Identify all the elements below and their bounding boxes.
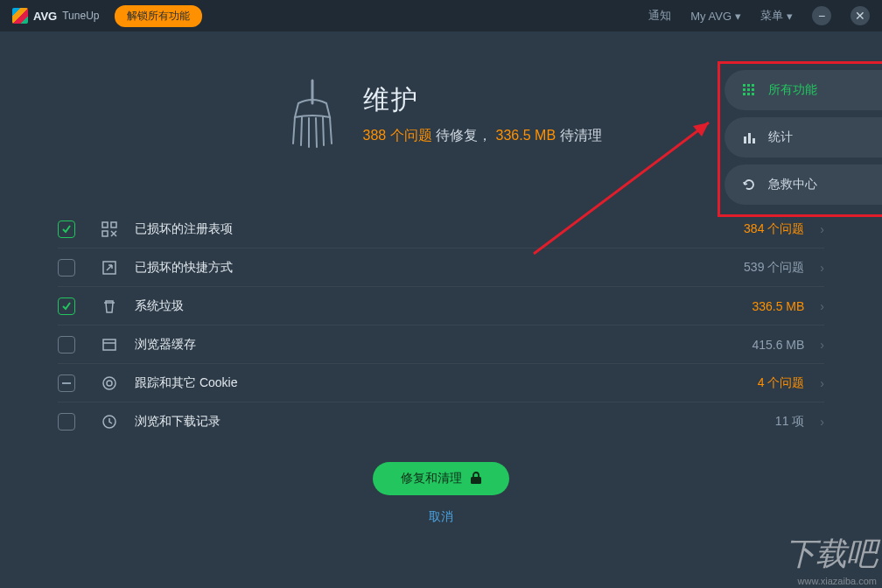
checkbox[interactable] [58, 259, 75, 276]
logo-icon [12, 8, 28, 24]
page-title: 维护 [363, 82, 602, 118]
fix-button-label: 修复和清理 [401, 471, 462, 486]
menu-label: 菜单 [760, 8, 783, 24]
svg-rect-14 [102, 231, 108, 236]
row-history[interactable]: 浏览和下载记录 11 项 › [58, 402, 824, 441]
svg-point-18 [107, 381, 112, 386]
myavg-link[interactable]: My AVG ▾ [690, 10, 741, 23]
checkbox[interactable] [58, 374, 75, 392]
issues-list: 已损坏的注册表项 384 个问题 › 已损坏的快捷方式 539 个问题 › 系统… [58, 210, 824, 441]
problem-count: 388 [363, 128, 387, 143]
svg-rect-6 [743, 93, 746, 95]
row-value: 4 个问题 [758, 375, 805, 391]
fix-and-clean-button[interactable]: 修复和清理 [373, 462, 509, 495]
trash-icon [102, 298, 119, 314]
app-logo: AVG TuneUp [12, 8, 99, 24]
product-text: TuneUp [62, 10, 99, 22]
target-icon [102, 375, 119, 391]
undo-icon [742, 178, 756, 191]
watermark-text: 下载吧 [785, 533, 877, 576]
chevron-down-icon: ▾ [735, 10, 741, 23]
row-label: 浏览和下载记录 [135, 414, 775, 430]
close-button[interactable]: ✕ [850, 6, 870, 25]
menu-link[interactable]: 菜单 ▾ [760, 8, 793, 24]
hero-subtitle: 388 个问题 待修复， 336.5 MB 待清理 [363, 127, 602, 145]
brand-text: AVG [33, 10, 57, 23]
grid-icon [742, 84, 756, 96]
chevron-right-icon: › [820, 338, 824, 352]
panel-all-features[interactable]: 所有功能 [724, 70, 882, 110]
cleanup-size: 336.5 MB [496, 128, 556, 143]
brush-icon [281, 75, 344, 152]
row-label: 已损坏的快捷方式 [135, 260, 744, 276]
watermark-url: www.xiazaiba.com [785, 576, 877, 586]
checkbox[interactable] [58, 413, 75, 430]
row-label: 跟踪和其它 Cookie [135, 375, 758, 391]
titlebar: AVG TuneUp 解锁所有功能 通知 My AVG ▾ 菜单 ▾ − ✕ [0, 0, 882, 32]
watermark: 下载吧 www.xiazaiba.com [785, 533, 877, 586]
svg-rect-12 [102, 222, 108, 228]
row-value: 11 项 [775, 414, 804, 430]
svg-rect-20 [471, 477, 481, 484]
shortcut-icon [102, 260, 119, 276]
row-value: 415.6 MB [752, 338, 804, 352]
panel-rescue[interactable]: 急救中心 [724, 164, 882, 205]
browser-icon [102, 337, 119, 353]
svg-rect-3 [743, 88, 746, 91]
row-shortcuts[interactable]: 已损坏的快捷方式 539 个问题 › [58, 248, 824, 287]
row-label: 浏览器缓存 [135, 337, 752, 353]
notifications-link[interactable]: 通知 [648, 8, 671, 24]
row-value: 539 个问题 [744, 260, 804, 276]
problem-count-suffix: 个问题 [390, 128, 432, 143]
row-browser-cache[interactable]: 浏览器缓存 415.6 MB › [58, 326, 824, 364]
checkbox[interactable] [58, 220, 75, 238]
panel-label: 急救中心 [768, 177, 817, 192]
row-junk[interactable]: 系统垃圾 336.5 MB › [58, 287, 824, 326]
svg-rect-9 [744, 136, 746, 144]
myavg-label: My AVG [690, 10, 732, 23]
svg-rect-16 [103, 340, 116, 350]
svg-rect-7 [747, 93, 750, 95]
unlock-button[interactable]: 解锁所有功能 [115, 5, 202, 27]
row-label: 已损坏的注册表项 [135, 221, 744, 237]
chevron-right-icon: › [820, 222, 824, 236]
svg-rect-1 [747, 84, 750, 87]
svg-rect-4 [747, 88, 750, 91]
cancel-link[interactable]: 取消 [429, 509, 453, 525]
svg-rect-0 [743, 84, 746, 87]
minimize-button[interactable]: − [812, 6, 831, 25]
row-value: 384 个问题 [744, 221, 804, 237]
svg-rect-5 [752, 88, 754, 91]
panel-stats[interactable]: 统计 [724, 117, 882, 158]
svg-rect-11 [752, 138, 755, 144]
row-value: 336.5 MB [752, 299, 804, 313]
lock-icon [471, 472, 481, 486]
panel-label: 所有功能 [768, 82, 817, 98]
registry-icon [102, 221, 119, 237]
bar-chart-icon [742, 131, 756, 144]
panel-label: 统计 [768, 130, 793, 145]
svg-point-17 [103, 377, 116, 389]
chevron-right-icon: › [820, 261, 824, 275]
row-label: 系统垃圾 [135, 298, 752, 314]
svg-rect-13 [111, 222, 116, 228]
svg-rect-2 [752, 84, 754, 87]
svg-rect-10 [748, 133, 751, 144]
row-registry[interactable]: 已损坏的注册表项 384 个问题 › [58, 210, 824, 248]
chevron-right-icon: › [820, 299, 824, 313]
footer: 修复和清理 取消 [0, 462, 882, 525]
side-panel: 所有功能 统计 急救中心 [724, 70, 882, 205]
svg-rect-8 [752, 93, 754, 95]
chevron-right-icon: › [820, 376, 824, 390]
row-cookies[interactable]: 跟踪和其它 Cookie 4 个问题 › [58, 364, 824, 402]
history-icon [102, 414, 119, 430]
chevron-down-icon: ▾ [787, 10, 793, 23]
checkbox[interactable] [58, 336, 75, 354]
hero-text2: 待清理 [560, 128, 602, 143]
hero-text1: 待修复， [436, 128, 492, 143]
checkbox[interactable] [58, 298, 75, 315]
chevron-right-icon: › [820, 415, 824, 429]
